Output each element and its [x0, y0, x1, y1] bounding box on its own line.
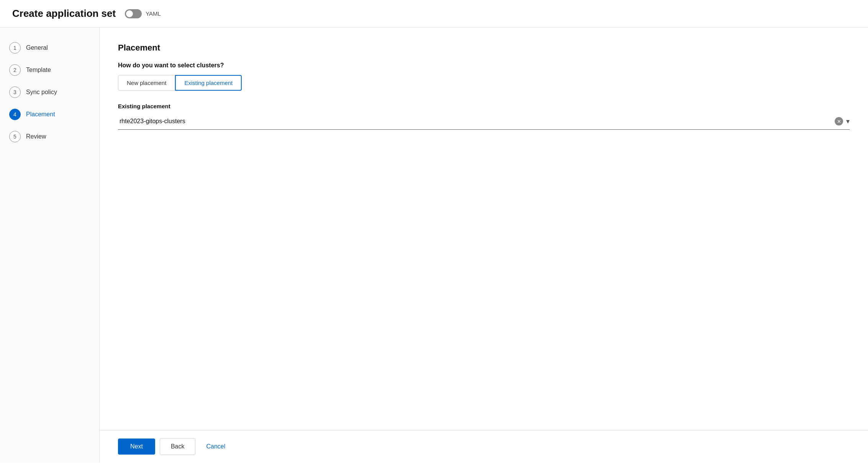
chevron-down-icon[interactable]: ▾ [846, 117, 850, 126]
existing-placement-section: Existing placement rhte2023-gitops-clust… [118, 103, 850, 130]
content-area: Placement How do you want to select clus… [100, 28, 868, 463]
step-number-5: 5 [9, 131, 21, 142]
existing-placement-label: Existing placement [118, 103, 850, 109]
select-icons: ✕ ▾ [835, 117, 850, 126]
placement-buttons: New placement Existing placement [118, 75, 850, 91]
step-number-4: 4 [9, 109, 21, 120]
existing-placement-select[interactable]: rhte2023-gitops-clusters ✕ ▾ [118, 113, 850, 130]
step-label-sync-policy: Sync policy [26, 89, 57, 96]
cancel-button[interactable]: Cancel [200, 439, 231, 455]
sidebar-item-review[interactable]: 5 Review [0, 126, 99, 148]
step-label-general: General [26, 44, 48, 51]
main-layout: 1 General 2 Template 3 Sync policy 4 Pla… [0, 28, 868, 463]
sidebar: 1 General 2 Template 3 Sync policy 4 Pla… [0, 28, 100, 463]
toggle-slider [125, 9, 142, 18]
step-label-review: Review [26, 133, 46, 140]
content-body: Placement How do you want to select clus… [100, 28, 868, 430]
yaml-toggle-group: YAML [125, 9, 161, 18]
step-label-placement: Placement [26, 111, 55, 118]
new-placement-button[interactable]: New placement [118, 75, 175, 91]
section-title: Placement [118, 43, 850, 53]
yaml-label: YAML [146, 10, 161, 17]
sidebar-item-placement[interactable]: 4 Placement [0, 103, 99, 126]
clear-icon[interactable]: ✕ [835, 117, 843, 126]
sidebar-item-general[interactable]: 1 General [0, 37, 99, 59]
next-button[interactable]: Next [118, 439, 155, 455]
sidebar-item-template[interactable]: 2 Template [0, 59, 99, 81]
yaml-toggle[interactable] [125, 9, 142, 18]
cluster-question: How do you want to select clusters? [118, 62, 850, 69]
sidebar-item-sync-policy[interactable]: 3 Sync policy [0, 81, 99, 103]
page-header: Create application set YAML [0, 0, 868, 28]
step-number-3: 3 [9, 86, 21, 98]
step-label-template: Template [26, 67, 51, 73]
step-number-2: 2 [9, 64, 21, 76]
back-button[interactable]: Back [160, 438, 196, 455]
existing-placement-value: rhte2023-gitops-clusters [118, 118, 835, 125]
page-title: Create application set [12, 8, 116, 20]
footer: Next Back Cancel [100, 430, 868, 463]
step-number-1: 1 [9, 42, 21, 54]
existing-placement-button[interactable]: Existing placement [175, 75, 242, 91]
